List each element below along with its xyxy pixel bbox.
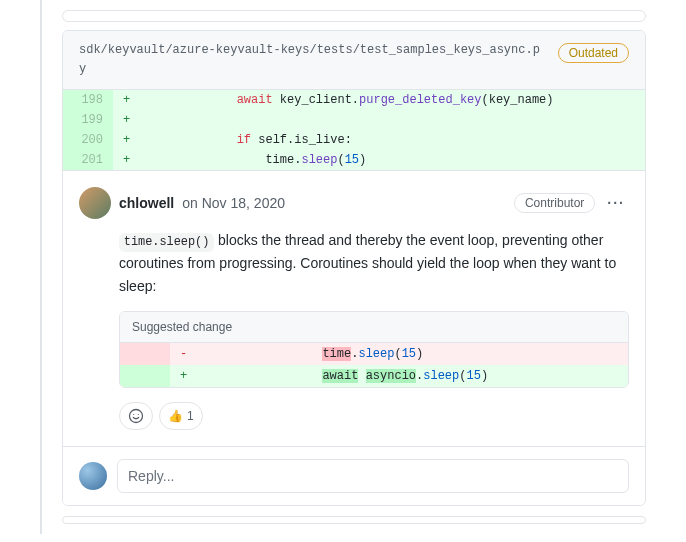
review-thread: sdk/keyvault/azure-keyvault-keys/tests/t… bbox=[62, 30, 646, 506]
line-number[interactable]: 199 bbox=[63, 110, 113, 130]
file-path[interactable]: sdk/keyvault/azure-keyvault-keys/tests/t… bbox=[79, 41, 546, 79]
diff-table: 198+ await key_client.purge_deleted_key(… bbox=[63, 90, 645, 170]
plus-icon: + bbox=[113, 150, 140, 170]
diff-row: 201+ time.sleep(15) bbox=[63, 150, 645, 170]
svg-point-0 bbox=[130, 410, 143, 423]
svg-point-2 bbox=[138, 414, 139, 415]
comment-body: time.sleep() blocks the thread and there… bbox=[119, 229, 629, 297]
diff-code: await key_client.purge_deleted_key(key_n… bbox=[140, 90, 645, 110]
reaction-bar: 👍 1 bbox=[119, 402, 629, 430]
comment-timestamp[interactable]: on Nov 18, 2020 bbox=[182, 195, 285, 211]
diff-code: if self.is_live: bbox=[140, 130, 645, 150]
plus-icon: + bbox=[113, 90, 140, 110]
suggested-change: Suggested change - time.sleep(15) + awai… bbox=[119, 311, 629, 388]
role-badge: Contributor bbox=[514, 193, 595, 213]
minus-icon: - bbox=[170, 343, 197, 365]
review-comment: chlowell on Nov 18, 2020 Contributor ···… bbox=[63, 170, 645, 446]
diff-row: 198+ await key_client.purge_deleted_key(… bbox=[63, 90, 645, 110]
reply-input[interactable] bbox=[117, 459, 629, 493]
plus-icon: + bbox=[170, 365, 197, 387]
inline-code: time.sleep() bbox=[119, 233, 214, 252]
diff-row: 200+ if self.is_live: bbox=[63, 130, 645, 150]
suggestion-del-code: time.sleep(15) bbox=[197, 343, 628, 365]
suggestion-add-code: await asyncio.sleep(15) bbox=[197, 365, 628, 387]
suggestion-add-row: + await asyncio.sleep(15) bbox=[120, 365, 628, 387]
line-number[interactable]: 200 bbox=[63, 130, 113, 150]
plus-icon: + bbox=[113, 110, 140, 130]
thumbs-up-icon: 👍 bbox=[168, 409, 183, 423]
diff-row: 199+ bbox=[63, 110, 645, 130]
kebab-icon[interactable]: ··· bbox=[603, 191, 629, 215]
suggestion-del-row: - time.sleep(15) bbox=[120, 343, 628, 365]
collapsed-card-above bbox=[62, 10, 646, 22]
outdated-badge: Outdated bbox=[558, 43, 629, 63]
current-user-avatar[interactable] bbox=[79, 462, 107, 490]
line-number[interactable]: 198 bbox=[63, 90, 113, 110]
thumbs-up-count: 1 bbox=[187, 409, 194, 423]
collapsed-card-below bbox=[62, 516, 646, 524]
file-header: sdk/keyvault/azure-keyvault-keys/tests/t… bbox=[63, 31, 645, 90]
smiley-icon bbox=[128, 408, 144, 424]
line-number[interactable]: 201 bbox=[63, 150, 113, 170]
diff-code: time.sleep(15) bbox=[140, 150, 645, 170]
comment-author[interactable]: chlowell bbox=[119, 195, 174, 211]
diff-code bbox=[140, 110, 645, 130]
add-reaction-button[interactable] bbox=[119, 402, 153, 430]
thumbs-up-reaction[interactable]: 👍 1 bbox=[159, 402, 203, 430]
suggested-change-header: Suggested change bbox=[120, 312, 628, 343]
svg-point-1 bbox=[133, 414, 134, 415]
avatar[interactable] bbox=[79, 187, 111, 219]
reply-row bbox=[63, 446, 645, 505]
plus-icon: + bbox=[113, 130, 140, 150]
